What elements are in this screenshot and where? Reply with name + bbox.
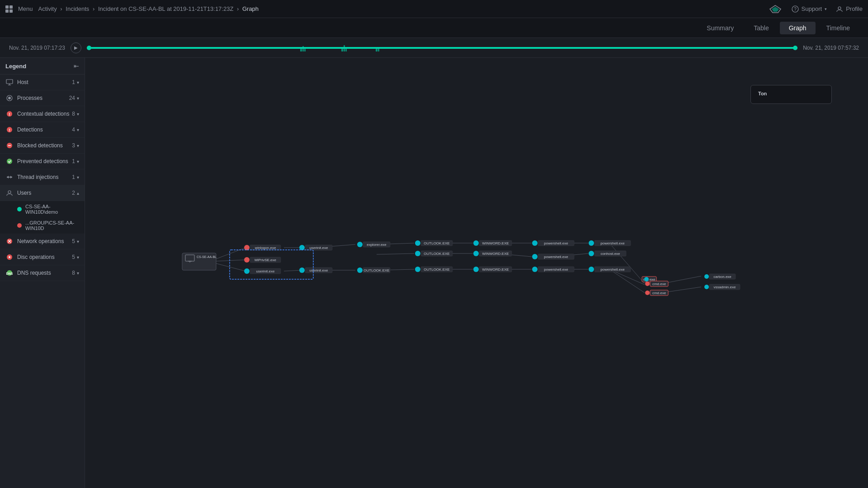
blocked-label: Blocked detections xyxy=(17,142,72,149)
node-userinit-top-dot xyxy=(299,245,305,250)
legend-item-prevented[interactable]: Prevented detections 1 ▾ xyxy=(0,154,85,169)
legend-item-disc[interactable]: Disc operations 5 ▾ xyxy=(0,249,85,265)
graph-svg: CS-SE-AA-BL winlogon.exe MlPrivSE.exe us… xyxy=(85,58,868,488)
legend-item-host[interactable]: Host 1 ▾ xyxy=(0,75,85,90)
node-csc-dot xyxy=(644,277,649,282)
legend-item-contextual[interactable]: ! Contextual detections 8 ▾ xyxy=(0,106,85,122)
nav-left: Menu Activity › Incidents › Incident on … xyxy=(5,5,259,13)
graph-area[interactable]: CS-SE-AA-BL winlogon.exe MlPrivSE.exe us… xyxy=(85,58,868,488)
svg-marker-19 xyxy=(7,176,9,178)
dns-icon: DNS xyxy=(5,269,14,277)
svg-line-29 xyxy=(216,260,245,261)
svg-point-25 xyxy=(9,256,10,258)
host-count: 1 xyxy=(72,79,75,85)
network-chevron-icon: ▾ xyxy=(77,239,79,244)
detection-icon: ! xyxy=(6,127,13,133)
svg-line-30 xyxy=(216,263,245,271)
menu-icon[interactable] xyxy=(5,5,13,13)
users-chevron-icon: ▴ xyxy=(77,191,79,196)
legend-item-detections[interactable]: ! Detections 4 ▾ xyxy=(0,122,85,138)
node-ps2-label: powershell.exe xyxy=(544,255,568,259)
support-label: Support xyxy=(802,5,822,12)
node-cmd1-dot xyxy=(645,282,650,286)
svg-point-16 xyxy=(7,159,12,164)
support-icon: ? xyxy=(792,5,799,13)
processes-label: Processes xyxy=(17,95,69,101)
legend-item-users[interactable]: Users 2 ▴ xyxy=(0,185,85,201)
svg-text:DNS: DNS xyxy=(6,272,13,275)
processes-chevron-icon: ▾ xyxy=(77,96,79,101)
node-explorer-bottom-label: OUTLOOK.EXE xyxy=(363,268,389,272)
node-winword3-dot xyxy=(473,267,479,272)
monitor-icon xyxy=(6,79,13,85)
host-chevron-icon: ▾ xyxy=(77,80,79,85)
user1-dot xyxy=(17,207,22,211)
node-vssadmin-dot xyxy=(704,285,709,289)
profile-button[interactable]: Profile xyxy=(836,5,863,13)
node-cmd2-label: cmd.exe xyxy=(652,291,666,295)
selection-box xyxy=(230,250,313,279)
node-userinit-rb-label: userinit.exe xyxy=(310,268,328,272)
timeline-start-date: Nov. 21, 2019 07:17:23 xyxy=(9,45,65,51)
timeline-track[interactable] xyxy=(87,47,797,49)
node-vssadmin-label: vssadmin.exe xyxy=(714,285,736,289)
breadcrumb-incidents[interactable]: Incidents xyxy=(66,5,89,12)
svg-line-47 xyxy=(609,243,645,284)
legend-item-processes[interactable]: Processes 24 ▾ xyxy=(0,90,85,106)
node-ps5-dot xyxy=(589,267,594,272)
tab-timeline[interactable]: Timeline xyxy=(817,22,859,34)
users-label: Users xyxy=(17,190,72,196)
svg-point-20 xyxy=(8,191,11,193)
disc-label: Disc operations xyxy=(17,254,72,260)
tab-table[interactable]: Table xyxy=(745,22,778,34)
profile-icon xyxy=(836,5,843,13)
legend-item-network[interactable]: Network operations 5 ▾ xyxy=(0,234,85,249)
users-count: 2 xyxy=(72,190,75,196)
legend-item-blocked[interactable]: Blocked detections 3 ▾ xyxy=(0,138,85,154)
node-userinit-bottom-label: userinit.exe xyxy=(256,269,275,273)
sidebar-item-user2[interactable]: ...GROUP\CS-SE-AA-WIN10D xyxy=(0,217,85,234)
breadcrumb: Activity › Incidents › Incident on CS-SE… xyxy=(38,5,259,12)
network-operations-icon xyxy=(6,238,13,244)
node-outlook1-label: OUTLOOK.EXE xyxy=(424,241,449,245)
node-userinit-bottom-dot xyxy=(244,268,250,274)
users-icon xyxy=(5,189,14,197)
disc-operations-icon xyxy=(6,254,13,260)
prevented-count: 1 xyxy=(72,158,75,164)
node-winword2-label: WINWORD.EXE xyxy=(482,252,509,256)
sidebar-item-user1[interactable]: CS-SE-AA-WIN10D\demo xyxy=(0,201,85,217)
sidebar-title: Legend xyxy=(5,63,26,70)
breadcrumb-incident[interactable]: Incident on CS-SE-AA-BL at 2019-11-21T13… xyxy=(98,5,233,12)
svg-point-4 xyxy=(838,7,841,9)
contextual-detection-icon: ! xyxy=(6,111,13,117)
node-ps1-label: powershell.exe xyxy=(544,241,568,245)
tab-graph[interactable]: Graph xyxy=(780,22,816,34)
tab-nav: Summary Table Graph Timeline xyxy=(0,18,868,38)
svg-rect-5 xyxy=(6,80,13,84)
sidebar-collapse-icon[interactable]: ⇤ xyxy=(74,62,79,70)
node-winword1-label: WINWORD.EXE xyxy=(482,241,509,245)
support-button[interactable]: ? Support ▾ xyxy=(792,5,827,13)
tab-summary[interactable]: Summary xyxy=(698,22,743,34)
legend-item-thread[interactable]: Thread injections 1 ▾ xyxy=(0,169,85,185)
node-ps5-label: powershell.exe xyxy=(600,267,625,272)
thread-icon xyxy=(5,173,14,181)
node-explorer-top-dot xyxy=(357,242,363,247)
play-button[interactable]: ▶ xyxy=(71,42,81,53)
breadcrumb-activity[interactable]: Activity xyxy=(38,5,57,12)
node-carbon-dot xyxy=(704,274,709,279)
menu-label[interactable]: Menu xyxy=(18,5,33,12)
svg-line-37 xyxy=(377,253,414,254)
node-ps2-dot xyxy=(532,254,538,259)
user2-dot xyxy=(17,223,22,228)
svg-marker-1 xyxy=(772,7,779,12)
node-winword2-dot xyxy=(473,251,479,256)
prevented-label: Prevented detections xyxy=(17,158,72,164)
thread-count: 1 xyxy=(72,174,75,180)
legend-item-dns[interactable]: DNS DNS requests 8 ▾ xyxy=(0,265,85,281)
network-count: 5 xyxy=(72,238,75,244)
user2-label: ...GROUP\CS-SE-AA-WIN10D xyxy=(25,220,79,231)
contextual-icon: ! xyxy=(5,110,14,118)
prevented-detection-icon xyxy=(6,158,13,164)
node-outlook2-label: OUTLOOK.EXE xyxy=(424,252,449,256)
